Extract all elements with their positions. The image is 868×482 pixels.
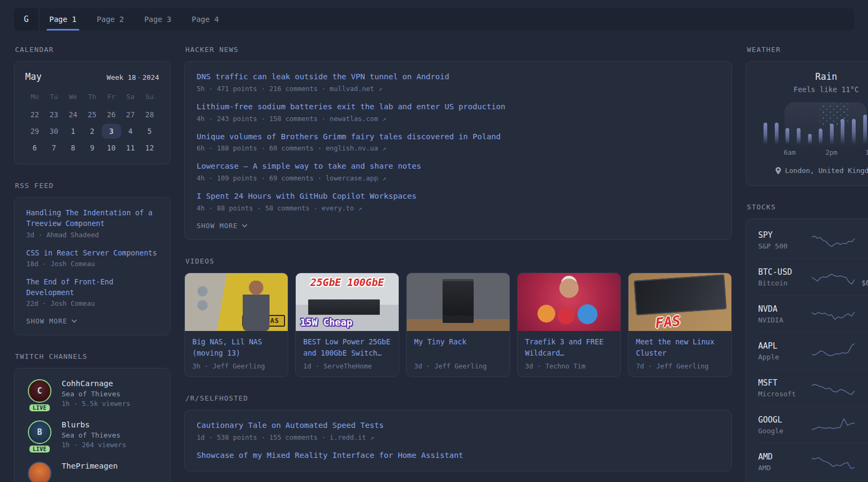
- rss-item-title[interactable]: CSS in React Server Components: [26, 247, 158, 258]
- tab-page-1[interactable]: Page 1: [39, 8, 87, 31]
- hackernews-item: DNS traffic can leak outside the VPN tun…: [197, 71, 720, 93]
- calendar-day: 4: [121, 124, 140, 139]
- sparkline-chart: [811, 451, 856, 472]
- videos-row: LIL NASBig NAS, Lil NAS (moving 13)3h · …: [184, 273, 732, 377]
- twitch-channel-row[interactable]: CLIVECohhCarnageSea of Thieves1h · 5.5k …: [26, 379, 158, 408]
- stock-row[interactable]: AMDAMD+2.94%$150.45: [758, 443, 868, 480]
- video-card-body: Big NAS, Lil NAS (moving 13)3h · Jeff Ge…: [185, 331, 288, 376]
- hackernews-item-title[interactable]: Lowercase – A simple way to take and sha…: [197, 161, 720, 172]
- video-thumbnail[interactable]: [407, 273, 510, 331]
- video-thumbnail[interactable]: LIL NAS: [185, 273, 288, 331]
- calendar-weekdays: MoTuWeThFrSaSu: [25, 93, 159, 101]
- weekday-label: Th: [83, 93, 102, 101]
- main-grid: CALENDAR May Week 18·2024 MoTuWeThFrSaSu…: [0, 46, 868, 482]
- weather-bar: [863, 115, 867, 144]
- weather-location: London, United Kingdom: [757, 167, 868, 175]
- tab-page-2[interactable]: Page 2: [87, 8, 134, 31]
- tab-page-3[interactable]: Page 3: [134, 8, 182, 31]
- rss-item-title[interactable]: The End of Front-End Development: [26, 276, 158, 298]
- hackernews-item-meta: 4h · 243 points · 158 comments · newatla…: [197, 115, 720, 123]
- calendar-day: 23: [44, 107, 64, 122]
- section-title-rss: RSS FEED: [15, 182, 170, 190]
- rss-show-more-button[interactable]: SHOW MORE: [26, 317, 158, 325]
- hackernews-item-meta: 4h · 109 points · 69 comments · lowercas…: [197, 174, 720, 182]
- weather-time-label: 2pm: [825, 148, 837, 156]
- twitch-channel-name: ThePrimeagen: [62, 462, 118, 470]
- reddit-item-title[interactable]: Cautionary Tale on Automated Speed Tests: [197, 420, 720, 432]
- stock-values: +6.87%$184.91: [856, 341, 868, 361]
- hackernews-meta-text: 5h · 471 points · 216 comments ·: [197, 85, 330, 93]
- calendar-widget: May Week 18·2024 MoTuWeThFrSaSu 22232425…: [14, 61, 170, 164]
- video-thumbnail[interactable]: [518, 273, 620, 331]
- rss-item-meta: 3d · Ahmad Shadeed: [26, 231, 158, 239]
- weather-feels-like: Feels like 11°C: [757, 85, 868, 94]
- calendar-header: May Week 18·2024: [25, 71, 159, 82]
- stock-symbol: BTC-USD: [758, 267, 811, 277]
- hackernews-item-domain: english.nv.ua: [326, 144, 382, 152]
- calendar-day: 24: [63, 107, 83, 122]
- stock-row[interactable]: BTC-USDBitcoin+4.40%$61,725.48: [758, 258, 868, 295]
- stock-row[interactable]: GOOGLGoogle+0.10%$166.78: [758, 406, 868, 443]
- hackernews-item: Lithium-free sodium batteries exit the l…: [197, 101, 720, 123]
- calendar-day: 5: [140, 124, 159, 139]
- twitch-channel-info: BlurbsSea of Thieves1h · 264 viewers: [62, 420, 126, 449]
- rss-meta-text: 18d · Josh Comeau: [26, 260, 95, 268]
- video-title[interactable]: My Tiny Rack: [414, 336, 502, 359]
- calendar-day: 26: [102, 107, 121, 122]
- video-card: 25GbE 100GbE15W CheapBEST Low Power 25Gb…: [295, 273, 399, 377]
- stock-row[interactable]: AAPLApple+6.87%$184.91: [758, 332, 868, 369]
- video-title[interactable]: Big NAS, Lil NAS (moving 13): [192, 336, 280, 359]
- hackernews-item-meta: 4h · 88 points · 58 comments · every.to …: [197, 204, 720, 212]
- section-title-hackernews: HACKER NEWS: [185, 46, 732, 54]
- video-thumbnail[interactable]: 25GbE 100GbE15W Cheap: [296, 273, 399, 331]
- stock-row[interactable]: RDDT-1.65%: [758, 480, 868, 482]
- hackernews-item: Lowercase – A simple way to take and sha…: [197, 161, 720, 182]
- hackernews-item-title[interactable]: I Spent 24 Hours with GitHub Copilot Wor…: [197, 191, 720, 202]
- twitch-channel-row[interactable]: BLIVEBlurbsSea of Thieves1h · 264 viewer…: [26, 420, 158, 449]
- hackernews-item-title[interactable]: DNS traffic can leak outside the VPN tun…: [197, 71, 720, 83]
- stocks-section: STOCKS SPYS&P 500+1.29%$511.57BTC-USDBit…: [746, 203, 868, 482]
- rss-item: Handling The Indentation of a Treeview C…: [26, 207, 158, 239]
- reddit-item-title[interactable]: Showcase of my Mixed Reality Interface f…: [197, 450, 720, 462]
- tab-page-4[interactable]: Page 4: [182, 8, 229, 31]
- stock-change: +3.52%: [856, 304, 868, 313]
- app-logo[interactable]: G: [14, 8, 39, 31]
- stock-name: AMD: [758, 464, 811, 472]
- avatar: B: [28, 420, 51, 444]
- stock-name: Apple: [758, 353, 811, 361]
- stock-row[interactable]: MSFTMicrosoft+2.16%$406.43: [758, 369, 868, 406]
- stock-row[interactable]: SPYS&P 500+1.29%$511.57: [758, 222, 868, 258]
- hackernews-show-more-button[interactable]: SHOW MORE: [197, 222, 720, 230]
- calendar-day-selected: 3: [102, 124, 121, 139]
- video-title[interactable]: Meet the new Linux Cluster: [636, 336, 724, 359]
- video-title[interactable]: BEST Low Power 25GbE and 100GbE Switch…: [303, 336, 391, 359]
- thumbnail-text: FAS: [654, 312, 681, 330]
- calendar-day: 7: [44, 140, 64, 155]
- hackernews-item-title[interactable]: Unique volumes of Brothers Grimm fairy t…: [197, 131, 720, 143]
- external-link-icon: ↗: [382, 144, 386, 152]
- hackernews-item-title[interactable]: Lithium-free sodium batteries exit the l…: [197, 101, 720, 113]
- stock-id: GOOGLGoogle: [758, 415, 811, 435]
- stock-row[interactable]: NVDANVIDIA+3.52%$888.40: [758, 295, 868, 332]
- external-link-icon: ↗: [382, 115, 386, 123]
- location-pin-icon: [775, 167, 781, 175]
- twitch-channel-row[interactable]: ThePrimeagen: [26, 462, 158, 482]
- video-title[interactable]: Traefik 3 and FREE Wildcard…: [525, 336, 613, 359]
- stock-sparkline: [811, 415, 856, 435]
- video-card-body: Traefik 3 and FREE Wildcard…3d · Techno …: [518, 331, 620, 376]
- video-thumbnail[interactable]: FAS: [628, 273, 731, 331]
- hackernews-item-domain: every.to: [321, 204, 358, 212]
- switch-ports-art: [308, 299, 380, 314]
- external-link-icon: ↗: [378, 85, 383, 93]
- stock-name: NVIDIA: [758, 316, 811, 324]
- rss-section: RSS FEED Handling The Indentation of a T…: [14, 182, 170, 335]
- stock-values: +1.29%$511.57: [856, 230, 868, 250]
- avatar: C: [28, 379, 51, 403]
- reddit-item: Showcase of my Mixed Reality Interface f…: [197, 450, 720, 462]
- stock-price: $511.57: [856, 242, 868, 250]
- thumbnail-text: LIL NAS: [242, 315, 285, 327]
- rss-item-title[interactable]: Handling The Indentation of a Treeview C…: [26, 207, 158, 229]
- weekday-label: We: [63, 93, 83, 101]
- thumbnail-text: 25GbE 100GbE: [296, 276, 399, 288]
- calendar-day: 11: [121, 140, 140, 155]
